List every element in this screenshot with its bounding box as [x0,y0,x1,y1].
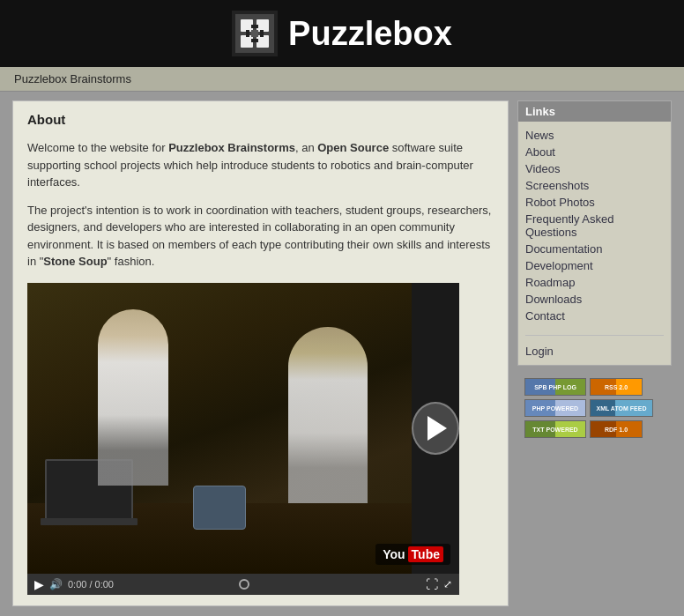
intro-site-name: Puzzlebox Brainstorms [168,141,295,154]
detail-stone-soup: Stone Soup [43,255,107,268]
sidebar-item-documentation[interactable]: Documentation [525,241,664,257]
video-thumbnail[interactable] [27,283,412,574]
sidebar-item-development[interactable]: Development [525,257,664,274]
sidebar-item-contact[interactable]: Contact [525,308,664,324]
badge-row-3: TXT POWERED RDF 1.0 [524,420,665,438]
breadcrumb-label: Puzzlebox Brainstorms [14,72,131,85]
badge-atom[interactable]: XML ATOM FEED [590,399,653,417]
sidebar-login: Login [518,341,671,365]
youtube-you: You [383,547,405,561]
video-circle-indicator[interactable] [239,579,249,590]
video-volume-button[interactable]: 🔊 [49,578,63,590]
svg-rect-3 [256,19,269,32]
sidebar-item-screenshots[interactable]: Screenshots [525,177,664,194]
video-container: YouTube ▶ 🔊 0:00 / 0:00 ⛶ ⤢ [27,283,459,595]
sidebar: Links News About Videos Screenshots Robo… [517,100,672,445]
sidebar-item-about[interactable]: About [525,144,664,160]
sidebar-divider [525,335,664,336]
svg-rect-7 [251,39,258,42]
intro-open-source: Open Source [317,141,389,154]
sidebar-item-faq[interactable]: Frequently Asked Questions [525,211,664,241]
badge-txt[interactable]: TXT POWERED [524,420,586,438]
svg-rect-5 [256,35,269,48]
sidebar-item-robot-photos[interactable]: Robot Photos [525,194,664,211]
video-controls: ▶ 🔊 0:00 / 0:00 ⛶ ⤢ [27,574,459,595]
sidebar-nav: News About Videos Screenshots Robot Phot… [518,122,671,330]
site-header: Puzzlebox [0,0,684,67]
svg-rect-2 [241,19,253,32]
svg-rect-4 [241,35,253,48]
badge-rdf[interactable]: RDF 1.0 [590,420,643,438]
video-fullscreen-button[interactable]: ⛶ [426,577,438,591]
badge-php[interactable]: PHP POWERED [524,399,586,417]
svg-rect-8 [246,30,249,37]
intro-paragraph: Welcome to the website for Puzzlebox Bra… [27,139,494,191]
sidebar-item-roadmap[interactable]: Roadmap [525,274,664,291]
youtube-tube: Tube [408,546,443,562]
sidebar-item-downloads[interactable]: Downloads [525,291,664,308]
site-title: Puzzlebox [288,15,452,53]
breadcrumb: Puzzlebox Brainstorms [0,67,684,92]
video-frame[interactable]: YouTube [27,283,459,574]
sidebar-links-title: Links [518,101,671,122]
detail-paragraph: The project's intention is to work in co… [27,202,494,271]
badge-rss[interactable]: RSS 2.0 [590,378,643,396]
badge-phplog[interactable]: SPB PHP LOG [524,378,586,396]
play-icon [428,416,447,441]
badge-row-1: SPB PHP LOG RSS 2.0 [524,378,665,396]
sidebar-item-news[interactable]: News [525,127,664,144]
content-area: About Welcome to the website for Puzzleb… [12,100,509,606]
svg-rect-6 [251,25,258,28]
header-logo: Puzzlebox [232,11,452,56]
main-layout: About Welcome to the website for Puzzleb… [0,92,684,615]
svg-rect-10 [251,30,258,37]
youtube-logo: YouTube [375,544,450,565]
svg-rect-9 [260,30,264,37]
sidebar-badges: SPB PHP LOG RSS 2.0 PHP POWERED XML ATOM… [517,375,672,445]
video-play-button[interactable]: ▶ [34,578,44,590]
intro-comma: , an [295,141,317,154]
detail-end: " fashion. [108,255,155,268]
video-expand-button[interactable]: ⤢ [443,578,452,590]
puzzlebox-logo-icon [232,11,278,56]
sidebar-item-videos[interactable]: Videos [525,160,664,177]
video-time: 0:00 / 0:00 [68,579,234,590]
sidebar-login-link[interactable]: Login [525,345,554,358]
intro-plain: Welcome to the website for [27,141,168,154]
sidebar-links-box: Links News About Videos Screenshots Robo… [517,100,672,366]
play-button[interactable] [412,402,459,455]
page-title: About [27,112,494,127]
badge-row-2: PHP POWERED XML ATOM FEED [524,399,665,417]
